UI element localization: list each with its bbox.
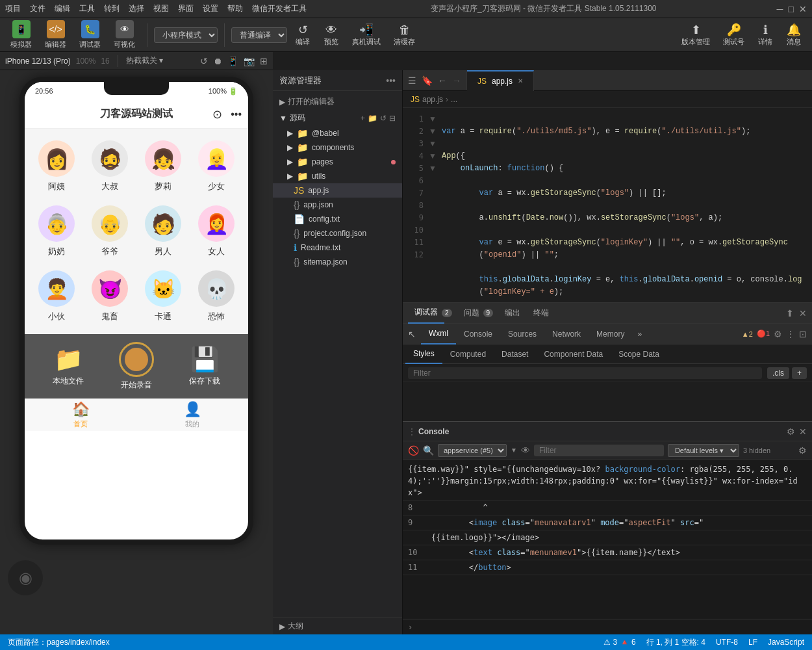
menu-item-goto[interactable]: 转到: [104, 3, 120, 14]
file-appjs[interactable]: JSapp.js: [273, 183, 402, 198]
debugger-button[interactable]: 🐛 调试器: [74, 18, 106, 51]
styles-tab-component-data[interactable]: Component Data: [536, 344, 611, 364]
styles-tab-styles[interactable]: Styles: [405, 344, 442, 364]
dt-tab-memory[interactable]: Memory: [589, 324, 632, 344]
window-close[interactable]: ✕: [799, 4, 807, 14]
console-source-dropdown-icon[interactable]: ▼: [511, 447, 517, 454]
styles-tab-scope-data[interactable]: Scope Data: [611, 344, 667, 364]
hotkey-button[interactable]: 热截截关 ▾: [126, 55, 163, 66]
dt-tab-more[interactable]: »: [632, 324, 647, 344]
avatar-item-ayiyi[interactable]: 👩 阿姨: [30, 134, 83, 199]
dt-expand-icon[interactable]: ⬆: [786, 308, 794, 318]
menu-item-help[interactable]: 帮助: [227, 3, 243, 14]
folder-utils[interactable]: ▶📁utils: [273, 169, 402, 183]
file-configtxt[interactable]: 📄config.txt: [273, 212, 402, 226]
avatar-item-luoli[interactable]: 👧 萝莉: [136, 134, 190, 199]
real-machine-button[interactable]: 📲 真机调试: [347, 21, 386, 49]
avatar-item-yeye[interactable]: 👴 爷爷: [83, 199, 136, 264]
console-level-select[interactable]: Default levels ▾: [668, 444, 739, 457]
detail-button[interactable]: ℹ 详情: [752, 21, 778, 49]
menu-item-wechat[interactable]: 微信开发者工具: [252, 3, 307, 14]
bottom-start-record[interactable]: 开始录音: [119, 342, 154, 391]
dt-tab-issues[interactable]: 问题: [457, 303, 486, 324]
phone-icon[interactable]: 📱: [227, 56, 238, 66]
menu-item-select[interactable]: 选择: [129, 3, 144, 14]
console-close-icon[interactable]: ✕: [799, 426, 807, 437]
dt-tab-terminal[interactable]: 终端: [527, 303, 555, 324]
dt-dock-icon[interactable]: ⊡: [799, 329, 807, 339]
file-projectconfig[interactable]: {}project.config.json: [273, 226, 402, 240]
folder-components[interactable]: ▶📁components: [273, 140, 402, 155]
console-source-select[interactable]: appservice (#5): [438, 444, 507, 457]
open-editors-header[interactable]: ▶ 打开的编辑器: [273, 94, 402, 110]
console-eye-icon[interactable]: 👁: [521, 445, 530, 456]
screenshot-icon[interactable]: 📷: [244, 56, 255, 66]
avatar-item-guichu[interactable]: 😈 鬼畜: [83, 264, 136, 329]
console-drag-icon[interactable]: ⋮: [408, 427, 416, 436]
avatar-item-nanren[interactable]: 🧑 男人: [136, 199, 190, 264]
console-filter-input[interactable]: [534, 445, 664, 456]
dt-tab-network[interactable]: Network: [544, 324, 589, 344]
menu-item-edit[interactable]: 编辑: [55, 3, 70, 14]
phone-record-icon[interactable]: ⊙: [212, 107, 222, 122]
add-style-button[interactable]: +: [792, 367, 807, 379]
editor-button[interactable]: </> 编辑器: [40, 18, 71, 51]
visual-button[interactable]: 👁 可视化: [108, 18, 140, 51]
avatar-item-dashu[interactable]: 🧔 大叔: [83, 134, 136, 199]
status-path[interactable]: 页面路径：pages/index/index: [8, 637, 110, 648]
new-file-icon[interactable]: +: [361, 114, 365, 123]
rotate-icon[interactable]: ↺: [200, 56, 208, 66]
record-icon[interactable]: ⏺: [213, 56, 222, 66]
file-sitemapjson[interactable]: {}sitemap.json: [273, 255, 402, 269]
menu-item-interface[interactable]: 界面: [178, 3, 194, 14]
console-input[interactable]: [416, 623, 807, 632]
window-maximize[interactable]: □: [789, 4, 794, 14]
avatar-item-xiaohuo[interactable]: 🧑‍🦱 小伙: [30, 264, 83, 329]
editor-hamburger-icon[interactable]: ☰: [408, 75, 416, 86]
console-settings2-icon[interactable]: ⚙: [798, 445, 807, 456]
styles-tab-computed[interactable]: Computed: [442, 344, 494, 364]
dt-tab-console[interactable]: Console: [456, 324, 500, 344]
dt-more-icon[interactable]: ⋮: [786, 329, 795, 339]
folder-babel[interactable]: ▶📁@babel: [273, 126, 402, 140]
compile-button[interactable]: ↺ 编译: [290, 21, 316, 49]
console-filter-icon[interactable]: 🔍: [423, 445, 434, 456]
mode-select[interactable]: 小程序模式: [154, 27, 218, 43]
styles-tab-dataset[interactable]: Dataset: [494, 344, 536, 364]
tab-close-icon[interactable]: ✕: [518, 77, 523, 84]
dt-cursor-icon[interactable]: ↖: [408, 329, 416, 339]
phone-menu-icon[interactable]: •••: [231, 109, 242, 120]
console-settings-icon[interactable]: ⚙: [787, 426, 795, 437]
cls-button[interactable]: .cls: [767, 367, 789, 379]
avatar-item-shaonv[interactable]: 👱‍♀️ 少女: [190, 134, 243, 199]
editor-bookmark-icon[interactable]: 🔖: [422, 75, 433, 86]
preview-button[interactable]: 👁 预览: [318, 21, 344, 49]
menu-item-settings[interactable]: 设置: [203, 3, 218, 14]
collapse-icon[interactable]: ⊟: [389, 114, 396, 123]
avatar-item-katong[interactable]: 🐱 卡通: [136, 264, 190, 329]
new-folder-icon[interactable]: 📁: [368, 114, 377, 123]
dt-gear-icon[interactable]: ⚙: [774, 329, 782, 339]
avatar-item-nvren[interactable]: 👩‍🦰 女人: [190, 199, 243, 264]
folder-pages[interactable]: ▶📁pages: [273, 155, 402, 169]
nav-tab-mine[interactable]: 👤 我的: [184, 401, 201, 429]
simulator-button[interactable]: 📱 模拟器: [5, 18, 37, 51]
editor-forward-icon[interactable]: →: [452, 75, 461, 86]
window-minimize[interactable]: ─: [777, 4, 783, 14]
cache-button[interactable]: 🗑 清缓存: [388, 21, 420, 49]
source-folder[interactable]: ▼ 源码 + 📁 ↺ ⊟: [273, 110, 402, 126]
tab-appjs[interactable]: JS app.js ✕: [467, 70, 534, 91]
file-more-icon[interactable]: •••: [386, 75, 396, 86]
dt-tab-debugger[interactable]: 调试器: [408, 303, 444, 324]
styles-filter-input[interactable]: [408, 367, 762, 379]
menu-item-project[interactable]: 项目: [5, 3, 21, 14]
bottom-save-download[interactable]: 💾 保存下载: [189, 346, 220, 387]
outline-section[interactable]: ▶大纲: [273, 618, 402, 634]
version-button[interactable]: ⬆ 版本管理: [676, 21, 715, 49]
avatar-item-kongbu[interactable]: 💀 恐怖: [190, 264, 243, 329]
console-clear-icon[interactable]: 🚫: [408, 445, 419, 456]
file-appjson[interactable]: {}app.json: [273, 198, 402, 212]
editor-back-icon[interactable]: ←: [438, 75, 447, 86]
dt-tab-output[interactable]: 编出: [498, 303, 527, 324]
menu-item-view[interactable]: 视图: [153, 3, 169, 14]
